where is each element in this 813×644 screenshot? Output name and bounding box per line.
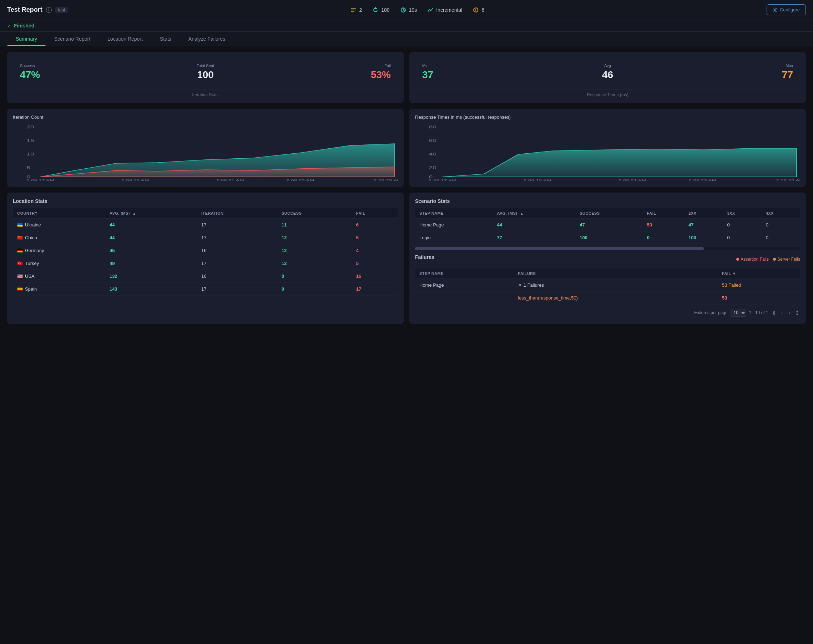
fail-cell: 4: [352, 244, 398, 257]
next-page-btn[interactable]: ›: [787, 309, 792, 316]
prev-page-btn[interactable]: ‹: [780, 309, 784, 316]
fail-cell: 16: [352, 270, 398, 283]
country-cell: 🇺🇦Ukraine: [13, 219, 105, 231]
tab-analyze-failures[interactable]: Analyze Failures: [180, 32, 234, 46]
location-table-row: 🇺🇸USA 132 16 0 16: [13, 270, 398, 283]
assertion-dot: [736, 258, 739, 261]
success-cell: 12: [277, 257, 352, 270]
svg-text:2:08:17 AM: 2:08:17 AM: [26, 179, 54, 181]
avg-cell: 77: [493, 231, 576, 244]
tables-row: Location Stats COUNTRY AVG. (MS) ▲ ITERA…: [7, 193, 806, 324]
avg-cell: 44: [493, 219, 576, 231]
country-cell: 🇺🇸USA: [13, 270, 105, 283]
response-times-values: Min 37 Avg 46 Max 77: [415, 58, 800, 86]
sub-count-cell: 53: [718, 292, 800, 304]
configure-icon: [773, 8, 778, 12]
stat-total-value: 100: [381, 7, 390, 13]
col-iteration: ITERATION: [197, 208, 277, 219]
max-stat: Max 77: [782, 63, 793, 81]
failures-legend: Assertion Fails Server Fails: [736, 257, 800, 262]
scrollbar[interactable]: [415, 247, 800, 250]
col-success-sc: SUCCESS: [575, 208, 643, 219]
success-cell: 12: [277, 244, 352, 257]
per-page-select[interactable]: 10 25 50: [730, 309, 746, 317]
sub-failure-cell: less_than(response_time,50): [514, 292, 718, 304]
svg-text:2:08:23 AM: 2:08:23 AM: [689, 179, 716, 181]
configure-button[interactable]: Configure: [767, 4, 806, 15]
avg-cell: 49: [105, 257, 197, 270]
col-2xx: 2XX: [684, 208, 723, 219]
stat-mode: Incremental: [427, 6, 462, 14]
min-stat: Min 37: [422, 63, 433, 81]
success-cell: 0: [277, 270, 352, 283]
col-avg-ms[interactable]: AVG. (MS) ▲: [105, 208, 197, 219]
avg-value: 46: [602, 69, 613, 81]
location-table-row: 🇨🇳China 44 17 12 5: [13, 231, 398, 244]
max-label: Max: [782, 63, 793, 68]
svg-text:40: 40: [429, 152, 437, 156]
tab-summary[interactable]: Summary: [7, 32, 46, 46]
tab-location-report[interactable]: Location Report: [99, 32, 151, 46]
scenario-stats-card: Scenario Stats STEP NAME AVG. (MS) ▲ SUC…: [410, 193, 806, 324]
first-page-btn[interactable]: ⟪: [771, 309, 777, 316]
svg-text:5: 5: [27, 166, 31, 170]
tab-scenario-report[interactable]: Scenario Report: [46, 32, 99, 46]
stat-total: 100: [372, 6, 390, 14]
avg-cell: 143: [105, 283, 197, 295]
stat-warnings-value: 6: [482, 7, 484, 13]
avg-cell: 132: [105, 270, 197, 283]
max-value: 77: [782, 69, 793, 81]
avg-cell: 45: [105, 244, 197, 257]
failures-table: Step Name Failure Fail ▼ Home Page ▼ 1 F…: [415, 269, 800, 304]
per-page-label: Failures per page: [694, 310, 727, 315]
iteration-cell: 17: [197, 257, 277, 270]
test-tag: test: [55, 7, 68, 13]
main-content: Success 47% Total Sent 100 Fail 53% Iter…: [0, 46, 813, 335]
svg-text:2:08:17 AM: 2:08:17 AM: [429, 179, 457, 181]
info-icon[interactable]: i: [46, 7, 52, 13]
failure-table-row: Home Page ▼ 1 Failures 53 Failed: [415, 279, 800, 292]
svg-text:2:08:19 AM: 2:08:19 AM: [121, 179, 149, 181]
min-value: 37: [422, 69, 433, 81]
failure-sub-row: less_than(response_time,50) 53: [415, 292, 800, 304]
stat-timer: 10s: [400, 6, 417, 14]
location-table-row: 🇪🇸Spain 143 17 0 17: [13, 283, 398, 295]
iteration-chart-svg: 20 15 10 5 0: [13, 124, 398, 181]
response-times-footer: Response Times (ms): [415, 89, 800, 97]
tab-stats[interactable]: Stats: [151, 32, 180, 46]
chart-icon: [427, 6, 434, 14]
country-cell: 🇹🇷Turkey: [13, 257, 105, 270]
stat-mode-value: Incremental: [436, 7, 462, 13]
avg-cell: 44: [105, 219, 197, 231]
fail-step-cell: Home Page: [415, 279, 514, 292]
page-range: 1 - 10 of 1: [749, 310, 769, 315]
avg-label: Avg: [602, 63, 613, 68]
configure-label: Configure: [780, 7, 800, 12]
scrollbar-thumb: [415, 247, 704, 250]
check-icon: ✓: [7, 23, 11, 29]
scenario-table-row: Login 77 100 0 100 0 0: [415, 231, 800, 244]
iteration-stats-card: Success 47% Total Sent 100 Fail 53% Iter…: [7, 52, 403, 103]
svg-text:2:08:21 AM: 2:08:21 AM: [618, 179, 646, 181]
col-country: COUNTRY: [13, 208, 105, 219]
response-times-chart: 80 60 40 20 0: [415, 124, 800, 181]
col-avg-ms-sc[interactable]: AVG. (MS) ▲: [493, 208, 576, 219]
col-failure: Failure: [514, 269, 718, 279]
legend-assertion: Assertion Fails: [736, 257, 769, 262]
4xx-cell: 0: [762, 231, 800, 244]
avg-stat: Avg 46: [602, 63, 613, 81]
fail-cell: 5: [352, 257, 398, 270]
last-page-btn[interactable]: ⟫: [795, 309, 800, 316]
expand-button[interactable]: ▼: [518, 283, 522, 288]
min-label: Min: [422, 63, 433, 68]
svg-point-7: [774, 9, 776, 11]
success-value: 47%: [20, 69, 40, 81]
step-cell: Login: [415, 231, 493, 244]
charts-row: Iteration Count 20 15 10 5 0: [7, 109, 806, 187]
fail-count-cell: ▼ 1 Failures: [514, 279, 718, 292]
col-fail-count[interactable]: Fail ▼: [718, 269, 800, 279]
svg-rect-2: [351, 11, 354, 12]
location-stats-table: COUNTRY AVG. (MS) ▲ ITERATION SUCCESS FA…: [13, 208, 398, 295]
location-stats-title: Location Stats: [13, 198, 398, 204]
success-cell: 47: [575, 219, 643, 231]
